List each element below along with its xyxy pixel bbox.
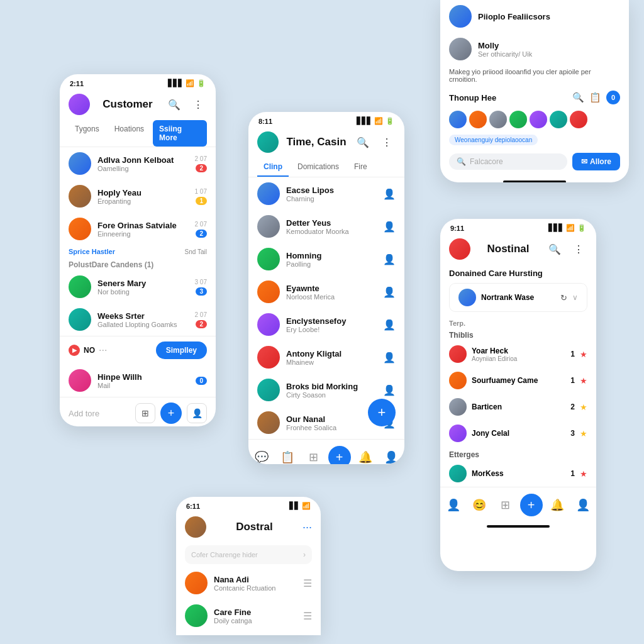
tab-tygons[interactable]: Tygons — [69, 120, 106, 147]
no-indicator: ▶ — [69, 345, 80, 356]
footer-name: Hinpe Willh — [97, 372, 189, 382]
ns-score-s2-0[interactable]: MorKess 1 ★ — [440, 460, 596, 487]
ns-dropdown[interactable]: Nortrank Wase ↻ ∨ — [449, 283, 587, 312]
search-button[interactable]: 🔍 — [165, 96, 183, 113]
sec-sub-1: Gallated Llopting Goamks — [97, 321, 189, 328]
sprice-link[interactable]: Sprice Hastler — [69, 248, 115, 255]
ns-nav-person[interactable]: 👤 — [442, 494, 465, 516]
tc-fab[interactable]: + — [368, 399, 396, 426]
tc-fab-inner[interactable]: + — [368, 399, 396, 426]
tc-info-3: Eyawnte Norloost Merica — [286, 284, 377, 301]
list-item-0[interactable]: Adlva Jonn Kelboat Oamelling 2 07 2 — [60, 147, 216, 180]
section-item-1[interactable]: Weeks Srter Gallated Llopting Goamks 2 0… — [60, 303, 216, 336]
ds-sub-0: Contcanic Rctuation — [214, 584, 297, 592]
search-icon[interactable]: 🔍 — [572, 92, 584, 103]
item-name-1: Hoply Yeau — [97, 188, 189, 197]
tc-av-2 — [257, 248, 280, 270]
profile-icon[interactable]: 👤 — [187, 403, 207, 423]
tab-ssiing[interactable]: Ssiing More — [153, 120, 207, 147]
search-icon-small: 🔍 — [457, 157, 466, 166]
ns-nav-emoji[interactable]: 😊 — [468, 494, 491, 516]
tc-item-2[interactable]: Homning Paolling 👤 — [248, 243, 404, 275]
tc-search-btn[interactable]: 🔍 — [354, 133, 372, 151]
tc-nav-chat[interactable]: 💬 — [250, 446, 273, 464]
topright-avatar — [449, 5, 472, 28]
ns-score-0[interactable]: Yoar Heck Aoyniian Edirioa 1 ★ — [440, 341, 596, 367]
simplley-button[interactable]: Simplley — [156, 341, 207, 359]
tag-item[interactable]: Weonaenguiy depiolaoocan — [449, 135, 538, 145]
ns-nav-bell[interactable]: 🔔 — [546, 494, 569, 516]
grid-icon[interactable]: ⊞ — [135, 403, 155, 423]
nostinal-header: Nostinal 🔍 ⋮ — [440, 235, 596, 265]
tc-more-btn[interactable]: ⋮ — [378, 133, 396, 151]
item-sub-2: Einneering — [97, 230, 189, 238]
tc-av-1 — [257, 215, 280, 238]
ns-dd-label: Nortrank Wase — [481, 293, 555, 302]
section-item-0[interactable]: Seners Mary Nor boting 3 07 3 — [60, 270, 216, 303]
timecasin-header: Time, Casin 🔍 ⋮ — [248, 128, 404, 158]
footer-meta: 0 — [196, 377, 207, 385]
customer-header-avatar — [69, 94, 90, 115]
item-meta-1: 1 07 1 — [195, 188, 207, 205]
more-dots[interactable]: ··· — [99, 345, 107, 356]
ns-score-3[interactable]: Jony Celal 3 ★ — [440, 420, 596, 447]
tc-nav-add[interactable]: + — [328, 446, 351, 464]
item-name-0: Adlva Jonn Kelboat — [97, 155, 189, 165]
tc-item-0[interactable]: Eacse Lipos Charning 👤 — [248, 177, 404, 210]
ns-status-icons: ▋▋▋ 📶 🔋 — [548, 224, 586, 232]
sec-name-1: Weeks Srter — [97, 311, 189, 321]
tab-hoations[interactable]: Hoations — [108, 120, 150, 147]
tc-sub-6: Cirty Soason — [286, 391, 377, 399]
tc-item-1[interactable]: Detter Yeus Kemoduator Moorka 👤 — [248, 210, 404, 243]
tc-nav-list[interactable]: 📋 — [276, 446, 299, 464]
tab-domications[interactable]: Domications — [291, 158, 345, 177]
wifi-icon: 📶 — [186, 79, 194, 87]
copy-icon[interactable]: 📋 — [589, 92, 601, 103]
tc-item-4[interactable]: Enclystensefoy Ery Loobe! 👤 — [248, 308, 404, 341]
tc-nav-grid[interactable]: ⊞ — [302, 446, 325, 464]
tab-fire[interactable]: Fire — [348, 158, 374, 177]
tc-nav-bell[interactable]: 🔔 — [354, 446, 377, 464]
topright-chat-item[interactable]: Piioplo Fealiicsors — [440, 0, 629, 33]
ns-signal: ▋▋▋ — [548, 224, 564, 232]
more-button[interactable]: ⋮ — [189, 96, 207, 113]
dostral-menu-btn[interactable]: ··· — [303, 521, 312, 534]
ns-more-btn[interactable]: ⋮ — [570, 240, 587, 258]
footer-badge: 0 — [196, 377, 207, 385]
item-avatar-1 — [69, 185, 91, 208]
ns-nav-add[interactable]: + — [520, 494, 543, 516]
add-button[interactable]: + — [160, 402, 182, 424]
footer-item[interactable]: Hinpe Willh Mail 0 — [60, 364, 216, 397]
hint-arrow: › — [303, 550, 306, 559]
sec-badge-1: 2 — [196, 320, 207, 328]
ns-nav-grid[interactable]: ⊞ — [494, 494, 516, 516]
ns-nav-profile[interactable]: 👤 — [572, 494, 594, 516]
tc-item-5[interactable]: Antony Kligtal Mhainew 👤 — [248, 341, 404, 374]
ns-search-btn[interactable]: 🔍 — [546, 240, 564, 258]
tc-sub-4: Ery Loobe! — [286, 326, 377, 333]
sec-avatar-1 — [69, 308, 91, 331]
list-item-2[interactable]: Fore Orinas Satviale Einneering 2 07 2 — [60, 213, 216, 245]
tc-item-3[interactable]: Eyawnte Norloost Merica 👤 — [248, 275, 404, 308]
tc-name-3: Eyawnte — [286, 284, 377, 293]
ns-score-1[interactable]: Sourfuamey Came 1 ★ — [440, 367, 596, 394]
filter-button[interactable]: ✉ Allore — [572, 153, 620, 170]
molly-info: Molly Ser othicarity/ Uik — [478, 41, 620, 58]
list-item-1[interactable]: Hoply Yeau Eropanting 1 07 1 — [60, 180, 216, 213]
tag-row: Weonaenguiy depiolaoocan — [440, 132, 629, 150]
tc-sub-7: Fronhee Soalica — [286, 424, 377, 431]
ns-score-2[interactable]: Barticen 2 ★ — [440, 394, 596, 420]
tc-bottom-nav: 💬 📋 ⊞ + 🔔 👤 — [248, 439, 404, 464]
topright-search[interactable]: 🔍 Falcacore — [449, 153, 567, 170]
ns-dd-refresh[interactable]: ↻ — [560, 293, 567, 303]
tc-nav-profile[interactable]: 👤 — [380, 446, 402, 464]
topright-info: Piioplo Fealiicsors — [478, 12, 620, 21]
ds-item-1[interactable]: Care Fine Doily catnga ☰ — [176, 599, 321, 632]
ds-item-0[interactable]: Nana Adi Contcanic Rctuation ☰ — [176, 567, 321, 599]
ns-score-av-2 — [449, 398, 467, 416]
tab-clinp[interactable]: Clinp — [257, 158, 289, 177]
molly-item[interactable]: Molly Ser othicarity/ Uik — [440, 33, 629, 65]
ds-status-icons: ▋▋ 📶 — [289, 502, 311, 510]
ns-score-val-3: 3 — [570, 429, 575, 438]
molly-name: Molly — [478, 41, 620, 50]
